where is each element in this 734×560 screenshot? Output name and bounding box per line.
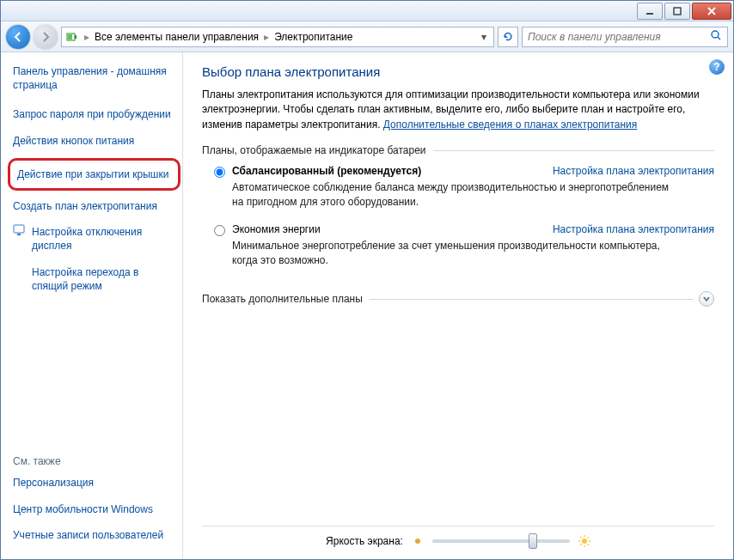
window: ▸ Все элементы панели управления ▸ Элект… (0, 0, 734, 560)
slider-thumb[interactable] (529, 533, 537, 549)
svg-rect-1 (674, 8, 681, 15)
searchbar[interactable] (522, 27, 728, 47)
brightness-slider[interactable] (432, 539, 570, 543)
sidebar-see-also: См. также Персонализация Центр мобильнос… (13, 438, 177, 551)
sidebar-link-sleep[interactable]: Настройка перехода в спящий режим (13, 262, 177, 296)
plans-group: Планы, отображаемые на индикаторе батаре… (202, 144, 714, 281)
addressbar[interactable]: ▸ Все элементы панели управления ▸ Элект… (61, 27, 494, 47)
sidebar-link-power-buttons[interactable]: Действия кнопок питания (13, 131, 177, 151)
plan-saver: Экономия энергии Настройка плана электро… (214, 223, 714, 277)
svg-point-8 (415, 539, 420, 544)
monitor-icon (13, 223, 27, 237)
more-info-link[interactable]: Дополнительные сведения о планах электро… (383, 119, 637, 131)
page-title: Выбор плана электропитания (202, 64, 714, 79)
svg-line-14 (580, 537, 582, 539)
svg-line-16 (580, 545, 582, 546)
see-also-mobility[interactable]: Центр мобильности Windows (13, 499, 177, 520)
sun-dim-icon (412, 535, 424, 547)
refresh-button[interactable] (498, 27, 518, 47)
see-also-personalization[interactable]: Персонализация (13, 472, 177, 493)
minimize-button[interactable] (637, 3, 663, 20)
moon-icon (13, 264, 27, 277)
see-also-users[interactable]: Учетные записи пользователей (13, 525, 177, 545)
battery-icon (65, 30, 79, 44)
sidebar-link-password[interactable]: Запрос пароля при пробуждении (13, 104, 177, 125)
svg-line-15 (587, 545, 589, 546)
sun-bright-icon (578, 535, 590, 547)
search-input[interactable] (528, 31, 710, 43)
content: ? Выбор плана электропитания Планы элект… (183, 52, 733, 559)
group-title-label: Показать дополнительные планы (202, 293, 363, 305)
forward-button[interactable] (34, 25, 58, 49)
plan-saver-desc: Минимальное энергопотребление за счет ум… (232, 239, 679, 268)
plan-balanced-name: Сбалансированный (рекомендуется) (232, 165, 421, 177)
svg-rect-4 (68, 34, 72, 40)
plan-balanced-desc: Автоматическое соблюдение баланса между … (232, 180, 679, 210)
svg-point-5 (712, 31, 719, 38)
group-title-additional[interactable]: Показать дополнительные планы (202, 291, 714, 307)
maximize-button[interactable] (664, 3, 690, 20)
see-also-header: См. также (13, 455, 177, 467)
help-icon[interactable]: ? (709, 59, 725, 75)
svg-rect-0 (646, 13, 653, 15)
svg-point-9 (582, 539, 587, 544)
chevron-right-icon: ▸ (83, 31, 91, 43)
sidebar: Панель управления - домашняя страница За… (1, 52, 183, 559)
body: Панель управления - домашняя страница За… (1, 52, 733, 559)
plan-balanced: Сбалансированный (рекомендуется) Настрой… (214, 165, 714, 218)
plan-balanced-radio[interactable] (214, 167, 225, 178)
brightness-label: Яркость экрана: (326, 535, 403, 547)
sidebar-link-sleep-label: Настройка перехода в спящий режим (32, 262, 177, 296)
svg-rect-6 (14, 225, 24, 233)
sidebar-highlight: Действие при закрытии крышки (8, 158, 180, 191)
sidebar-link-display-off[interactable]: Настройка отключения дисплея (13, 222, 177, 256)
sidebar-home[interactable]: Панель управления - домашняя страница (13, 61, 177, 95)
footer: Яркость экрана: (202, 526, 714, 551)
svg-rect-7 (17, 234, 21, 235)
expand-chevron-icon[interactable] (699, 291, 714, 307)
address-dropdown[interactable]: ▾ (478, 31, 490, 43)
plan-saver-settings[interactable]: Настройка плана электропитания (553, 223, 714, 235)
svg-rect-3 (75, 35, 76, 39)
plan-saver-name: Экономия энергии (232, 223, 321, 235)
plan-saver-radio[interactable] (214, 225, 225, 236)
titlebar (1, 1, 733, 21)
navbar: ▸ Все элементы панели управления ▸ Элект… (1, 21, 733, 52)
group-title-battery: Планы, отображаемые на индикаторе батаре… (202, 144, 714, 156)
back-button[interactable] (6, 25, 30, 49)
group-title-label: Планы, отображаемые на индикаторе батаре… (202, 144, 426, 156)
breadcrumb-item-2[interactable]: Электропитание (271, 31, 356, 43)
breadcrumb-item-1[interactable]: Все элементы панели управления (91, 31, 262, 43)
search-icon[interactable] (710, 29, 722, 44)
sidebar-link-display-off-label: Настройка отключения дисплея (32, 222, 177, 256)
sidebar-link-lid-close[interactable]: Действие при закрытии крышки (17, 164, 171, 185)
sidebar-link-create-plan[interactable]: Создать план электропитания (13, 196, 177, 216)
additional-plans-group: Показать дополнительные планы (202, 291, 714, 315)
svg-line-17 (587, 537, 589, 539)
close-button[interactable] (692, 3, 731, 20)
chevron-right-icon: ▸ (262, 31, 271, 43)
page-description: Планы электропитания используются для оп… (202, 88, 714, 132)
plan-balanced-settings[interactable]: Настройка плана электропитания (553, 165, 714, 177)
